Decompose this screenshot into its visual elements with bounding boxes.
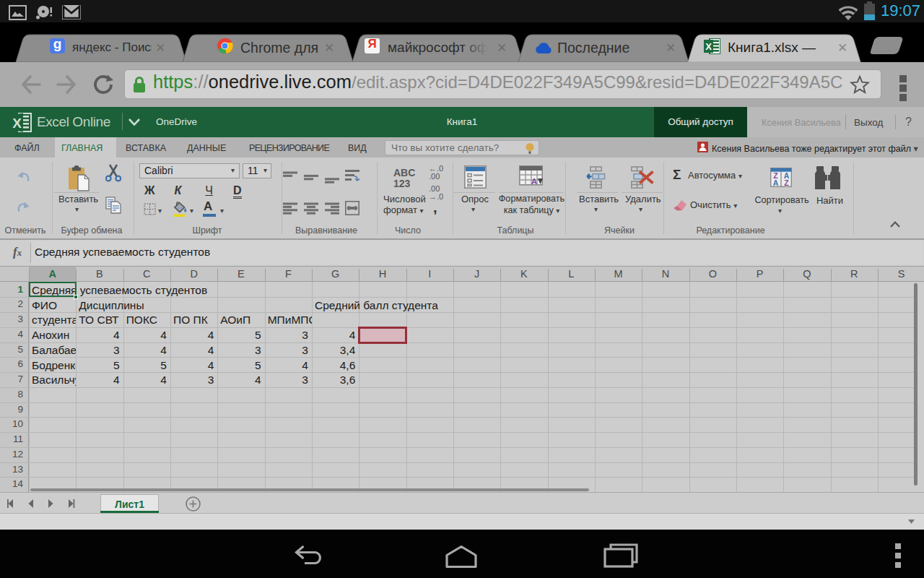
- svg-text:Z: Z: [784, 178, 789, 187]
- svg-text:A: A: [773, 178, 779, 187]
- svg-text:A: A: [531, 177, 537, 186]
- svg-text:X: X: [705, 41, 712, 52]
- svg-text:X: X: [12, 116, 22, 131]
